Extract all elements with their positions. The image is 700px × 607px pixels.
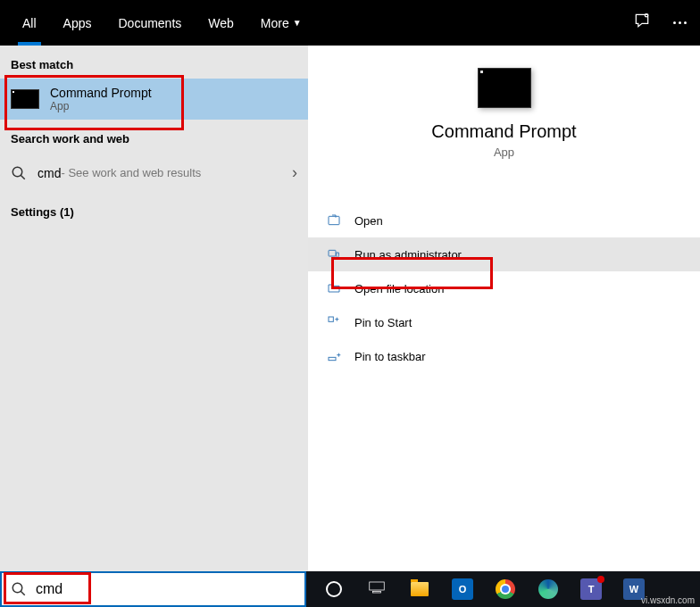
app-preview-icon <box>478 68 531 108</box>
tab-apps[interactable]: Apps <box>50 0 105 46</box>
action-pin-taskbar[interactable]: Pin to taskbar <box>308 339 700 373</box>
svg-rect-9 <box>370 582 385 590</box>
settings-header[interactable]: Settings (1) <box>0 193 308 226</box>
edge-button[interactable] <box>528 571 569 607</box>
chevron-down-icon: ▼ <box>293 18 302 28</box>
best-match-header: Best match <box>0 46 308 79</box>
result-title: Command Prompt <box>50 86 152 100</box>
folder-icon <box>411 582 429 596</box>
watermark: vi.wsxdn.com <box>641 595 695 605</box>
cortana-icon <box>326 581 342 597</box>
edge-icon <box>538 579 558 599</box>
action-label: Open <box>354 214 383 228</box>
chevron-right-icon: › <box>292 163 297 182</box>
svg-rect-4 <box>329 250 336 256</box>
result-subtitle: App <box>50 100 152 112</box>
teams-button[interactable]: T <box>571 571 612 607</box>
tab-web[interactable]: Web <box>195 0 247 46</box>
folder-icon <box>326 280 342 296</box>
best-match-result[interactable]: Command Prompt App <box>0 79 308 120</box>
teams-icon: T <box>580 578 602 600</box>
svg-line-2 <box>21 175 25 179</box>
taskbar-search[interactable] <box>0 571 306 607</box>
action-label: Run as administrator <box>354 248 462 262</box>
svg-point-1 <box>12 167 22 177</box>
results-panel: Best match Command Prompt App Search wor… <box>0 46 308 571</box>
feedback-icon[interactable] <box>633 12 651 34</box>
more-options-icon[interactable] <box>673 21 687 24</box>
svg-rect-5 <box>329 317 333 321</box>
svg-point-7 <box>12 583 22 593</box>
search-filter-tabs: All Apps Documents Web More▼ <box>0 0 700 46</box>
chrome-icon <box>496 579 515 599</box>
open-icon <box>326 212 342 229</box>
preview-subtitle: App <box>308 146 700 159</box>
search-hint: - See work and web results <box>61 166 201 179</box>
tab-all[interactable]: All <box>9 0 50 46</box>
file-explorer-button[interactable] <box>399 571 440 607</box>
action-label: Pin to taskbar <box>354 350 426 363</box>
action-file-location[interactable]: Open file location <box>308 271 700 305</box>
action-open[interactable]: Open <box>308 204 700 237</box>
action-run-admin[interactable]: Run as administrator <box>308 237 700 271</box>
taskbar: O T W <box>0 571 700 607</box>
preview-panel: Command Prompt App Open Run as administr… <box>308 46 700 571</box>
search-icon <box>11 581 27 597</box>
cmd-app-icon <box>11 89 39 109</box>
preview-title: Command Prompt <box>308 121 700 142</box>
task-view-icon <box>369 581 385 597</box>
tab-more[interactable]: More▼ <box>247 0 315 46</box>
outlook-icon: O <box>452 578 473 600</box>
task-view-button[interactable] <box>356 571 397 607</box>
search-term: cmd <box>38 166 61 180</box>
search-input[interactable] <box>36 581 296 597</box>
pin-taskbar-icon <box>326 348 342 364</box>
tab-documents[interactable]: Documents <box>104 0 195 46</box>
action-label: Pin to Start <box>354 316 412 329</box>
search-web-header: Search work and web <box>0 120 308 153</box>
chrome-button[interactable] <box>485 571 526 607</box>
svg-rect-10 <box>373 592 381 594</box>
admin-shield-icon <box>326 246 342 262</box>
search-icon <box>11 165 27 181</box>
svg-rect-6 <box>329 357 336 360</box>
svg-point-0 <box>645 14 647 17</box>
web-search-item[interactable]: cmd - See work and web results › <box>0 153 308 193</box>
action-label: Open file location <box>354 282 444 295</box>
outlook-button[interactable]: O <box>442 571 483 607</box>
pin-start-icon <box>326 314 342 330</box>
action-pin-start[interactable]: Pin to Start <box>308 305 700 339</box>
cortana-button[interactable] <box>313 571 354 607</box>
svg-line-8 <box>21 591 25 595</box>
svg-rect-3 <box>329 216 339 224</box>
